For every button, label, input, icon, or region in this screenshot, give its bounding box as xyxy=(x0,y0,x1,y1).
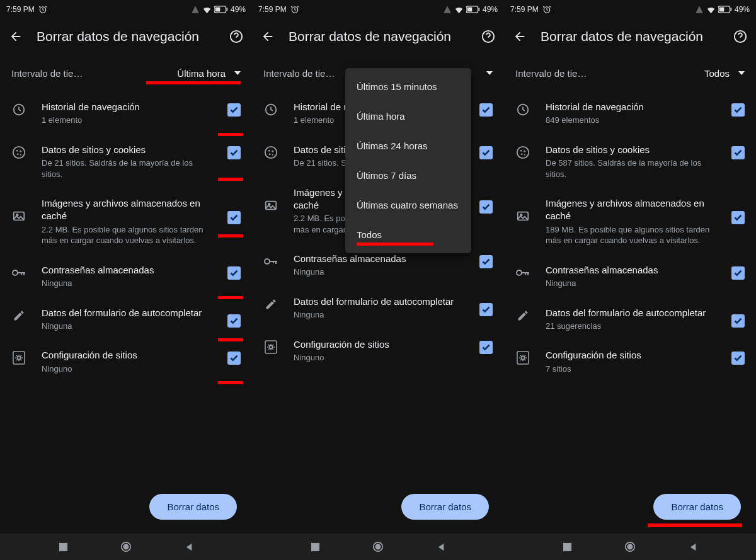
clear-data-button[interactable]: Borrar datos xyxy=(653,494,741,520)
checkbox-cache[interactable] xyxy=(227,211,241,224)
back-button[interactable] xyxy=(260,28,276,45)
chevron-down-icon xyxy=(234,71,241,75)
checkbox-cookies[interactable] xyxy=(479,146,493,159)
battery-icon xyxy=(718,6,732,13)
app-bar: Borrar datos de navegación xyxy=(504,19,756,54)
dropdown-option-24hours[interactable]: Últimas 24 horas xyxy=(345,131,471,161)
clear-data-button[interactable]: Borrar datos xyxy=(149,494,237,520)
item-subtitle: 189 MB. Es posible que algunos sitios ta… xyxy=(546,224,716,246)
dropdown-option-7days[interactable]: Últimos 7 días xyxy=(345,161,471,190)
nav-recent[interactable] xyxy=(309,540,321,553)
time-range-selector[interactable]: Todos xyxy=(704,68,745,79)
item-autofill[interactable]: Datos del formulario de autocompletar Ni… xyxy=(0,298,252,341)
item-passwords[interactable]: Contraseñas almacenadas Ninguna xyxy=(0,255,252,298)
checkbox-history[interactable] xyxy=(731,103,745,117)
item-cache[interactable]: Imágenes y archivos almacenados en caché… xyxy=(0,188,252,255)
history-icon xyxy=(11,102,26,117)
svg-rect-52 xyxy=(517,351,529,364)
item-autofill[interactable]: Datos del formulario de autocompletar 21… xyxy=(504,298,756,341)
item-title: Imágenes y archivos almacenados en caché xyxy=(546,197,716,223)
svg-point-8 xyxy=(20,151,21,152)
checkbox-autofill[interactable] xyxy=(731,314,745,328)
help-button[interactable] xyxy=(480,28,496,45)
item-site-settings[interactable]: Configuración de sitios Ninguno xyxy=(252,329,504,372)
time-range-selector[interactable] xyxy=(478,71,493,75)
nav-bar xyxy=(252,534,504,560)
svg-rect-16 xyxy=(59,542,67,551)
screen-2: 7:59 PM 49% Borrar datos de navegación I… xyxy=(252,0,504,560)
checkbox-cache[interactable] xyxy=(731,211,745,224)
svg-point-27 xyxy=(272,151,273,152)
checkbox-cache[interactable] xyxy=(479,200,493,214)
time-range-value: Última hora xyxy=(177,68,226,79)
dropdown-option-1hour[interactable]: Última hora xyxy=(345,101,471,131)
checkbox-autofill[interactable] xyxy=(479,303,493,316)
signal-icon xyxy=(191,5,200,14)
item-site-settings[interactable]: Configuración de sitios Ninguno xyxy=(0,340,252,383)
battery-icon xyxy=(214,6,228,13)
clear-data-button[interactable]: Borrar datos xyxy=(401,494,489,520)
item-site-settings[interactable]: Configuración de sitios 7 sitios xyxy=(504,340,756,383)
dropdown-option-15min[interactable]: Últimos 15 minutos xyxy=(345,72,471,101)
back-button[interactable] xyxy=(8,28,24,45)
checkbox-autofill[interactable] xyxy=(227,314,241,328)
item-subtitle: 849 elementos xyxy=(546,115,716,126)
checkbox-cookies[interactable] xyxy=(731,146,745,159)
nav-back[interactable] xyxy=(435,540,447,553)
checkbox-history[interactable] xyxy=(479,103,493,117)
dropdown-option-4weeks[interactable]: Últimas cuatro semanas xyxy=(345,190,471,220)
item-passwords[interactable]: Contraseñas almacenadas Ninguna xyxy=(504,255,756,298)
svg-point-44 xyxy=(517,147,529,158)
back-button[interactable] xyxy=(512,28,528,45)
item-subtitle: 2.2 MB. Es posible que algunos sitios ta… xyxy=(42,224,212,246)
help-button[interactable] xyxy=(732,28,748,45)
item-cookies[interactable]: Datos de sitios y cookies De 21 sitios. … xyxy=(0,135,252,188)
item-cookies[interactable]: Datos de sitios y cookies De 587 sitios.… xyxy=(504,135,756,188)
checkbox-history[interactable] xyxy=(227,103,241,117)
item-subtitle: 1 elemento xyxy=(42,115,212,126)
status-time: 7:59 PM xyxy=(6,5,35,14)
checkbox-site-settings[interactable] xyxy=(731,351,745,365)
item-subtitle: 7 sitios xyxy=(546,363,716,375)
item-title: Datos del formulario de autocompletar xyxy=(546,307,716,319)
svg-point-47 xyxy=(521,153,523,155)
item-history[interactable]: Historial de navegación 849 elementos xyxy=(504,92,756,135)
time-range-selector[interactable]: Última hora xyxy=(177,68,241,79)
item-title: Contraseñas almacenadas xyxy=(42,264,212,277)
annotation-underline xyxy=(146,81,241,84)
dropdown-option-all[interactable]: Todos xyxy=(345,220,471,249)
nav-back[interactable] xyxy=(687,540,699,553)
time-range-label: Intervalo de tie… xyxy=(11,68,171,79)
svg-point-51 xyxy=(517,270,522,275)
nav-recent[interactable] xyxy=(561,540,573,553)
nav-home[interactable] xyxy=(624,540,636,553)
item-autofill[interactable]: Datos del formulario de autocompletar Ni… xyxy=(252,287,504,329)
nav-recent[interactable] xyxy=(57,540,69,553)
time-range-row: Intervalo de tie… Todos xyxy=(504,54,756,92)
checkbox-site-settings[interactable] xyxy=(479,341,493,354)
nav-home[interactable] xyxy=(120,540,132,553)
chevron-down-icon xyxy=(486,71,493,75)
help-button[interactable] xyxy=(228,28,244,45)
checkbox-passwords[interactable] xyxy=(227,266,241,280)
checkbox-cookies[interactable] xyxy=(227,146,241,159)
svg-rect-33 xyxy=(265,341,277,353)
app-bar: Borrar datos de navegación xyxy=(252,19,504,54)
screen-1: 7:59 PM 49% Borrar datos de navegación I… xyxy=(0,0,252,560)
status-battery: 49% xyxy=(735,5,750,14)
item-cache[interactable]: Imágenes y archivos almacenados en caché… xyxy=(504,188,756,255)
nav-back[interactable] xyxy=(183,540,195,553)
item-title: Datos de sitios y cookies xyxy=(546,144,716,156)
svg-rect-21 xyxy=(478,8,479,11)
nav-home[interactable] xyxy=(372,540,384,553)
checkbox-site-settings[interactable] xyxy=(227,351,241,365)
item-history[interactable]: Historial de navegación 1 elemento xyxy=(0,92,252,135)
cookie-icon xyxy=(515,145,530,160)
item-title: Datos del formulario de autocompletar xyxy=(294,295,464,308)
page-title: Borrar datos de navegación xyxy=(37,29,215,44)
item-subtitle: Ninguna xyxy=(546,278,716,289)
checkbox-passwords[interactable] xyxy=(731,266,745,280)
svg-point-48 xyxy=(524,154,525,155)
item-subtitle: Ninguna xyxy=(42,321,212,332)
checkbox-passwords[interactable] xyxy=(479,255,493,268)
